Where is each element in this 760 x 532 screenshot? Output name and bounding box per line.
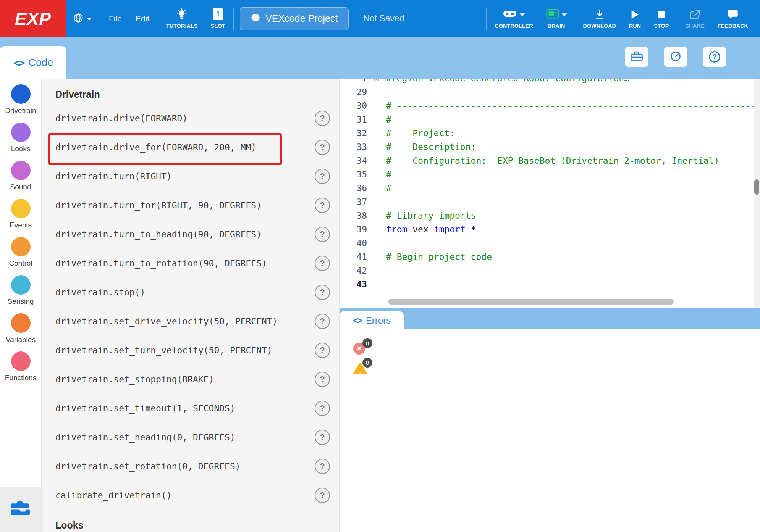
gauge-icon — [669, 50, 682, 63]
sidebar-item-looks[interactable]: Looks — [0, 119, 41, 157]
tab-code[interactable]: <> Code — [0, 46, 66, 79]
command-row[interactable]: drivetrain.set_stopping(BRAKE)? — [42, 365, 339, 394]
command-row[interactable]: drivetrain.turn(RIGHT)? — [42, 162, 339, 191]
brain-icon — [546, 9, 559, 20]
brain-button[interactable]: BRAIN — [540, 0, 573, 37]
sidebar-item-sensing[interactable]: Sensing — [0, 271, 41, 310]
command-row[interactable]: drivetrain.drive_for(FORWARD, 200, MM)? — [42, 133, 339, 162]
feedback-button[interactable]: FEEDBACK — [711, 0, 755, 37]
file-menu[interactable]: File — [102, 0, 129, 37]
line-number: 31 — [340, 113, 367, 126]
edit-menu[interactable]: Edit — [129, 0, 156, 37]
hexagon-icon — [251, 13, 260, 24]
controller-button[interactable]: CONTROLLER — [488, 0, 539, 37]
code-tab-label: Code — [28, 57, 53, 69]
command-row[interactable]: drivetrain.drive(FORWARD)? — [42, 104, 339, 133]
help-button-toolbar[interactable]: ? — [703, 47, 726, 67]
controller-label: CONTROLLER — [495, 23, 533, 29]
sidebar-item-drivetrain[interactable]: Drivetrain — [0, 81, 41, 119]
error-count-indicator: ✕ 0 — [353, 343, 367, 356]
category-color-icon — [11, 237, 31, 256]
stop-icon — [657, 8, 666, 21]
fold-spacer — [367, 154, 386, 168]
horizontal-scrollbar[interactable] — [388, 299, 674, 305]
sidebar-item-sound[interactable]: Sound — [0, 157, 41, 195]
category-label: Looks — [11, 145, 31, 153]
editor-line: 33# Description: — [340, 140, 760, 154]
toolbox-button[interactable] — [625, 47, 648, 67]
help-button[interactable]: ? — [315, 372, 330, 387]
command-row[interactable]: drivetrain.set_turn_velocity(50, PERCENT… — [42, 336, 339, 365]
share-button[interactable]: SHARE — [679, 0, 711, 37]
language-menu[interactable] — [66, 0, 99, 37]
sidebar-item-events[interactable]: Events — [0, 195, 41, 233]
help-button[interactable]: ? — [315, 227, 330, 242]
warning-icon: ! — [353, 369, 367, 376]
category-list: DrivetrainLooksSoundEventsControlSensing… — [0, 79, 41, 386]
code-editor[interactable]: 1⊞#region VEXcode Generated Robot Config… — [339, 79, 760, 308]
category-label: Sensing — [8, 297, 34, 306]
vexcode-app: EXP File Edit — [0, 0, 760, 532]
command-row[interactable]: drivetrain.set_timeout(1, SECONDS)? — [42, 394, 339, 423]
fold-spacer — [367, 209, 386, 222]
sidebar-item-control[interactable]: Control — [0, 233, 41, 271]
command-row[interactable]: drivetrain.turn_to_rotation(90, DEGREES)… — [42, 249, 339, 278]
tutorials-button[interactable]: TUTORIALS — [160, 0, 204, 37]
help-button[interactable]: ? — [315, 140, 330, 155]
help-button[interactable]: ? — [315, 430, 330, 445]
help-button[interactable]: ? — [315, 198, 330, 213]
help-button[interactable]: ? — [315, 256, 330, 271]
command-text: drivetrain.set_drive_velocity(50, PERCEN… — [55, 316, 278, 326]
help-button[interactable]: ? — [315, 343, 330, 358]
sidebar-item-variables[interactable]: Variables — [0, 310, 41, 348]
command-list: drivetrain.drive(FORWARD)?drivetrain.dri… — [42, 104, 339, 510]
code-brackets-icon: <> — [13, 57, 24, 69]
command-row[interactable]: drivetrain.stop()? — [42, 278, 339, 307]
chevron-down-icon — [520, 11, 525, 18]
project-name-button[interactable]: VEXcode Project — [240, 7, 349, 30]
command-row[interactable]: drivetrain.set_heading(0, DEGREES)? — [42, 423, 339, 452]
category-color-icon — [11, 313, 31, 333]
command-row[interactable]: calibrate_drivetrain()? — [42, 481, 339, 510]
help-button[interactable]: ? — [315, 285, 330, 300]
command-row[interactable]: drivetrain.turn_for(RIGHT, 90, DEGREES)? — [42, 191, 339, 220]
help-button[interactable]: ? — [315, 314, 330, 329]
download-button[interactable]: DOWNLOAD — [577, 0, 623, 37]
line-number: 32 — [340, 126, 367, 140]
help-button[interactable]: ? — [315, 459, 330, 474]
run-button[interactable]: RUN — [623, 0, 647, 37]
fold-spacer — [367, 99, 386, 113]
editor-line: 41# Begin project code — [340, 250, 760, 264]
line-number: 30 — [340, 99, 367, 113]
editor-line: 36# ------------------------------------… — [340, 181, 760, 195]
dashboard-button[interactable] — [664, 47, 687, 67]
help-button[interactable]: ? — [315, 488, 330, 503]
fold-spacer — [367, 181, 386, 195]
code-text: # Configuration: EXP BaseBot (Drivetrain… — [386, 154, 719, 168]
line-number: 41 — [340, 250, 367, 264]
command-row[interactable]: drivetrain.set_drive_velocity(50, PERCEN… — [42, 307, 339, 336]
line-number: 29 — [340, 85, 367, 99]
download-label: DOWNLOAD — [583, 23, 616, 29]
toolbar-right-cluster: CONTROLLER BRAIN — [485, 0, 755, 37]
help-button[interactable]: ? — [315, 169, 330, 184]
editor-lines: 1⊞#region VEXcode Generated Robot Config… — [340, 79, 760, 291]
command-text: drivetrain.turn_to_heading(90, DEGREES) — [55, 229, 262, 239]
share-icon — [690, 8, 700, 21]
slot-label: SLOT — [211, 23, 226, 29]
vertical-scrollbar[interactable] — [754, 179, 759, 195]
category-label: Control — [9, 259, 32, 268]
command-row[interactable]: drivetrain.set_rotation(0, DEGREES)? — [42, 452, 339, 481]
code-text: # --------------------------------------… — [386, 181, 760, 195]
blocks-toggle-button[interactable] — [0, 487, 41, 532]
stop-button[interactable]: STOP — [647, 0, 675, 37]
command-row[interactable]: drivetrain.turn_to_heading(90, DEGREES)? — [42, 220, 339, 249]
help-button[interactable]: ? — [315, 111, 330, 126]
category-label: Variables — [6, 335, 36, 344]
sidebar-item-functions[interactable]: Functions — [0, 348, 41, 386]
help-button[interactable]: ? — [315, 401, 330, 416]
command-text: drivetrain.stop() — [55, 287, 145, 297]
fold-icon[interactable]: ⊞ — [367, 79, 386, 85]
slot-button[interactable]: 1 SLOT — [204, 0, 232, 37]
tab-errors[interactable]: <> Errors — [340, 311, 404, 329]
